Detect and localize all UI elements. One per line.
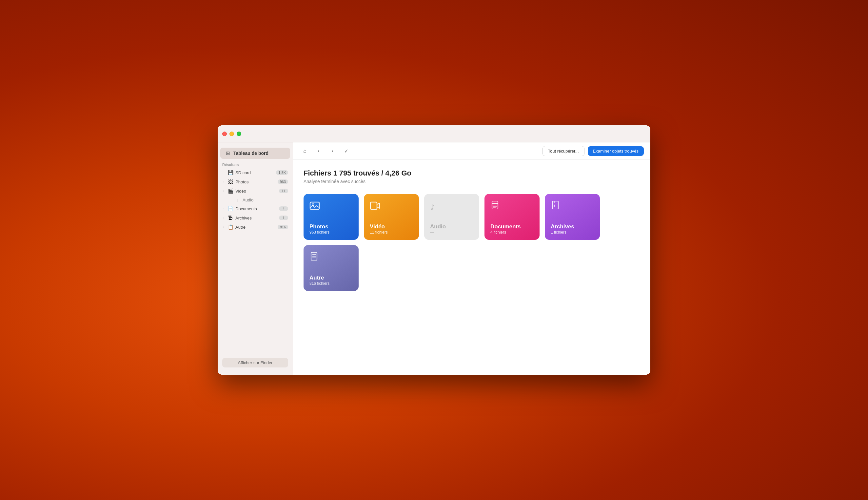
main-content: ⌂ ‹ › ✓ Tout récupérer... Examiner objet…: [293, 143, 650, 375]
video-label: Vidéo: [235, 189, 277, 194]
home-button[interactable]: ⌂: [300, 146, 310, 156]
sidebar-item-audio[interactable]: ♪ Audio: [218, 195, 293, 204]
back-button[interactable]: ‹: [313, 146, 324, 156]
audio-icon: ♪: [235, 197, 241, 203]
autre-badge: 816: [278, 225, 288, 229]
audio-label: Audio: [243, 197, 288, 202]
sidebar: ⊞ Tableau de bord Résultats 💾 SD card 1,…: [218, 143, 293, 375]
card-photos[interactable]: Photos 963 fichiers: [304, 194, 359, 240]
sidebar-item-sd-card[interactable]: 💾 SD card 1,8K: [218, 168, 293, 177]
page-subtitle: Analyse terminée avec succès: [304, 179, 640, 184]
sidebar-nav-label: Tableau de bord: [233, 151, 269, 156]
card-photos-count: 963 fichiers: [309, 230, 353, 235]
archives-label: Archives: [235, 216, 277, 220]
card-video[interactable]: Vidéo 11 fichiers: [364, 194, 419, 240]
sidebar-nav-tableau[interactable]: ⊞ Tableau de bord: [220, 148, 290, 159]
card-documents-label: Documents: [490, 224, 533, 230]
photos-badge: 963: [278, 180, 288, 184]
back-icon: ‹: [318, 148, 319, 154]
card-video-count: 11 fichiers: [370, 230, 413, 235]
video-icon: 🎬: [227, 188, 233, 194]
card-autre-icon: [309, 252, 353, 263]
sidebar-item-photos[interactable]: › 🖼 Photos 963: [218, 177, 293, 186]
svg-rect-0: [310, 202, 319, 209]
card-archives[interactable]: Archives 1 fichiers: [545, 194, 600, 240]
sidebar-item-documents[interactable]: › 📄 Documents 4: [218, 204, 293, 213]
card-documents[interactable]: Documents 4 fichiers: [484, 194, 540, 240]
card-documents-count: 4 fichiers: [490, 230, 533, 235]
content-area: ⊞ Tableau de bord Résultats 💾 SD card 1,…: [218, 143, 650, 375]
maximize-button[interactable]: [237, 132, 241, 136]
card-video-label: Vidéo: [370, 224, 413, 230]
card-audio-count: —: [430, 230, 473, 235]
chevron-icon: [222, 171, 225, 174]
sidebar-item-video[interactable]: › 🎬 Vidéo 11: [218, 186, 293, 195]
sd-card-badge: 1,8K: [276, 170, 288, 175]
docs-chevron-icon: ›: [222, 207, 225, 210]
card-audio-label: Audio: [430, 224, 473, 230]
sidebar-item-archives[interactable]: › 🗜 Archives 1: [218, 213, 293, 223]
svg-rect-2: [371, 202, 377, 209]
card-archives-count: 1 fichiers: [551, 230, 594, 235]
archives-icon: 🗜: [227, 215, 233, 221]
cards-grid: Photos 963 fichiers Vi: [304, 194, 640, 291]
titlebar: [218, 125, 650, 143]
close-button[interactable]: [222, 132, 227, 136]
sidebar-item-autre[interactable]: › 📋 Autre 816: [218, 223, 293, 231]
examine-button[interactable]: Examiner objets trouvés: [588, 146, 644, 156]
toolbar: ⌂ ‹ › ✓ Tout récupérer... Examiner objet…: [293, 143, 650, 160]
video-chevron-icon: ›: [222, 189, 225, 193]
card-audio-icon: ♪: [430, 201, 473, 213]
page-body: Fichiers 1 795 trouvés / 4,26 Go Analyse…: [293, 160, 650, 375]
card-autre[interactable]: Autre 816 fichiers: [304, 245, 359, 291]
card-photos-label: Photos: [309, 224, 353, 230]
photos-chevron-icon: ›: [222, 180, 225, 183]
page-title: Fichiers 1 795 trouvés / 4,26 Go: [304, 169, 640, 178]
grid-icon: ⊞: [225, 150, 231, 156]
card-audio[interactable]: ♪ Audio —: [424, 194, 479, 240]
forward-button[interactable]: ›: [327, 146, 338, 156]
autre-icon: 📋: [227, 224, 233, 230]
recover-all-button[interactable]: Tout récupérer...: [542, 146, 585, 156]
card-photos-icon: [309, 201, 353, 213]
home-icon: ⌂: [303, 148, 306, 154]
finder-button[interactable]: Afficher sur Finder: [222, 358, 288, 367]
card-autre-label: Autre: [309, 275, 353, 281]
autre-chevron-icon: ›: [222, 225, 225, 229]
card-autre-count: 816 fichiers: [309, 281, 353, 286]
forward-icon: ›: [331, 148, 333, 154]
app-window: ⊞ Tableau de bord Résultats 💾 SD card 1,…: [218, 125, 650, 375]
card-archives-label: Archives: [551, 224, 594, 230]
sidebar-section-label: Résultats: [218, 159, 293, 168]
minimize-button[interactable]: [230, 132, 234, 136]
check-icon: ✓: [344, 148, 349, 154]
card-documents-icon: [490, 201, 533, 212]
autre-label: Autre: [235, 225, 276, 230]
photos-icon: 🖼: [227, 179, 233, 185]
sidebar-footer: Afficher sur Finder: [218, 355, 293, 371]
docs-icon: 📄: [227, 206, 233, 212]
video-badge: 11: [279, 189, 288, 193]
card-video-icon: [370, 201, 413, 212]
sd-icon: 💾: [227, 170, 233, 175]
card-archives-icon: [551, 201, 594, 212]
photos-label: Photos: [235, 180, 276, 184]
docs-badge: 4: [279, 206, 288, 211]
docs-label: Documents: [235, 206, 277, 211]
archives-badge: 1: [279, 216, 288, 220]
svg-rect-4: [552, 201, 558, 209]
archives-chevron-icon: ›: [222, 216, 225, 219]
check-button[interactable]: ✓: [341, 146, 351, 156]
sd-card-label: SD card: [235, 170, 274, 175]
